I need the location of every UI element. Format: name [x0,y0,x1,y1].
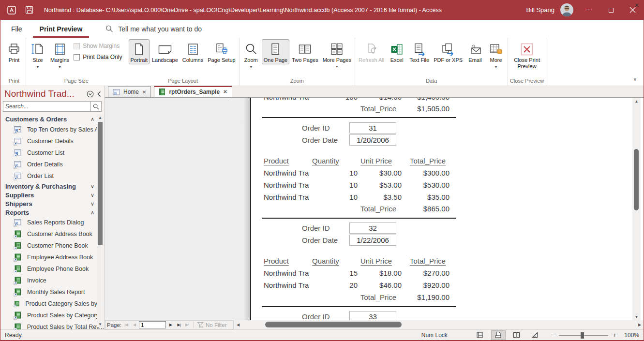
zoom-icon [244,41,258,57]
zoom-slider[interactable] [559,332,608,339]
page-setup-button[interactable]: Page Setup [206,39,238,64]
order-id-label: Order ID [302,312,330,320]
avatar[interactable] [560,3,573,16]
nav-item[interactable]: Customer Phone Book [0,240,104,252]
zoom-percentage[interactable]: 100% [621,332,639,339]
nav-item[interactable]: Customer Details [0,135,104,147]
nav-item[interactable]: Customer List [0,147,104,159]
chevron-up-icon: ∧ [90,116,94,122]
order-separator-line [262,218,456,219]
two-pages-button[interactable]: Two Pages [290,39,320,64]
nav-item[interactable]: Order Details [0,159,104,170]
nav-item[interactable]: Top Ten Orders by Sales A... [0,124,104,135]
ribbon-group-print: Print Print [2,38,26,86]
tab-close-icon[interactable]: ✕ [142,89,146,95]
print-preview-view-button[interactable] [491,330,506,340]
nav-group-customers-orders[interactable]: Customers & Orders ∧ [0,114,104,124]
size-button[interactable]: Size ▾ [28,39,48,71]
margins-button[interactable]: Margins ▾ [48,39,71,71]
nav-menu-icon[interactable] [87,90,94,98]
nav-item[interactable]: Product Sales by Category [0,310,104,321]
nav-item[interactable]: Product Sales by Total Rev... [0,321,104,329]
zoom-button[interactable]: Zoom ▾ [241,39,261,71]
report-view-button[interactable] [473,330,487,340]
nav-group-shippers[interactable]: Shippers ∨ [0,199,104,208]
columns-button[interactable]: Columns [180,39,205,64]
nav-item[interactable]: Sales Reports Dialog [0,217,104,228]
previous-page-button: ◀ [131,323,138,327]
close-document-icon[interactable]: ✕ [634,2,639,9]
collapse-ribbon-icon[interactable]: ∨ [633,76,637,82]
horizontal-scrollbar-thumb[interactable] [265,322,402,327]
nav-search-button[interactable] [91,101,102,112]
scroll-up-icon[interactable]: ▲ [632,98,641,104]
nav-search-input[interactable] [3,101,91,112]
nav-scrollbar-thumb[interactable] [98,122,103,245]
nav-item[interactable]: Employee Phone Book [0,263,104,275]
nav-item[interactable]: Monthly Sales Report [0,286,104,298]
nav-group-suppliers[interactable]: Suppliers ∨ [0,191,104,199]
scroll-down-icon[interactable]: ▼ [632,313,641,320]
more-pages-button[interactable]: More Pages ▾ [321,39,353,71]
form-icon [14,172,22,180]
landscape-button[interactable]: Landscape [150,39,180,64]
zoom-out-button[interactable]: − [551,331,555,339]
export-excel-button[interactable]: Excel [387,39,407,64]
dropdown-caret: ▾ [336,63,338,70]
last-page-button[interactable]: ▶| [175,323,182,327]
scroll-down-icon[interactable]: ▼ [97,321,104,327]
nav-group-reports[interactable]: Reports ∧ [0,208,104,217]
one-page-button[interactable]: One Page [262,39,290,64]
dropdown-caret: ▾ [250,64,252,70]
checkbox-icon [74,54,80,60]
page-number-input[interactable] [139,321,166,328]
account-name[interactable]: Bill Spang [526,6,554,14]
horizontal-scrollbar[interactable]: ◀ ▶ [234,320,644,329]
tab-file[interactable]: File [4,20,29,38]
layout-view-button[interactable] [509,330,524,340]
print-preview-canvas[interactable]: Northwind Tra 100 $14.00 $1,400.00 Total… [105,98,632,320]
vertical-scrollbar[interactable]: ▲ ▼ [632,98,641,320]
report-icon [159,89,165,95]
scroll-left-icon[interactable]: ◀ [234,320,242,329]
nav-scrollbar[interactable]: ▲ ▼ [97,114,104,327]
print-data-only-checkbox[interactable]: Print Data Only [74,54,122,60]
maximize-button[interactable] [600,0,622,20]
doc-tab-rptorders-sample[interactable]: rptOrders_Sample ✕ [154,86,232,97]
pdf-xps-icon [441,41,455,57]
save-icon[interactable] [24,5,34,15]
nav-item[interactable]: Customer Address Book [0,228,104,240]
minimize-button[interactable] [578,0,600,20]
nav-group-inventory[interactable]: Inventory & Purchasing ∨ [0,182,104,191]
scroll-right-icon[interactable]: ▶ [636,320,644,329]
nav-item[interactable]: Product Category Sales by ... [0,298,104,310]
more-export-button[interactable]: More ▾ [486,39,506,71]
close-print-preview-button[interactable]: Close Print Preview [509,39,544,71]
nav-pane-header: Northwind Trad... [0,86,104,100]
export-text-file-button[interactable]: Text File [407,39,431,64]
nav-item[interactable]: Employee Address Book [0,252,104,263]
next-page-button[interactable]: ▶ [167,323,174,327]
report-icon [14,311,22,320]
report-icon [14,323,22,330]
tab-print-preview[interactable]: Print Preview [33,20,90,38]
close-button[interactable] [622,0,644,20]
portrait-button[interactable]: Portrait [129,39,150,64]
order-id-label: Order ID [302,224,330,232]
report-row: Northwind Tra 10 $53.00 $530.00 [251,181,632,189]
tab-close-icon[interactable]: ✕ [223,89,227,94]
zoom-in-button[interactable]: + [613,331,616,339]
vertical-scrollbar-thumb[interactable] [634,149,639,210]
zoom-slider-thumb[interactable] [581,332,584,339]
shutter-close-icon[interactable] [97,91,101,97]
design-view-button[interactable] [528,330,542,340]
search-icon [93,104,99,110]
email-button[interactable]: Email [465,39,485,64]
tell-me-box[interactable]: Tell me what you want to do [105,20,202,38]
export-pdf-xps-button[interactable]: PDF or XPS [432,39,464,64]
nav-item[interactable]: Order List [0,170,104,182]
nav-item[interactable]: Invoice [0,275,104,286]
doc-tab-home[interactable]: Home ✕ [108,86,151,97]
print-button[interactable]: Print [4,39,24,64]
scroll-up-icon[interactable]: ▲ [97,114,104,121]
